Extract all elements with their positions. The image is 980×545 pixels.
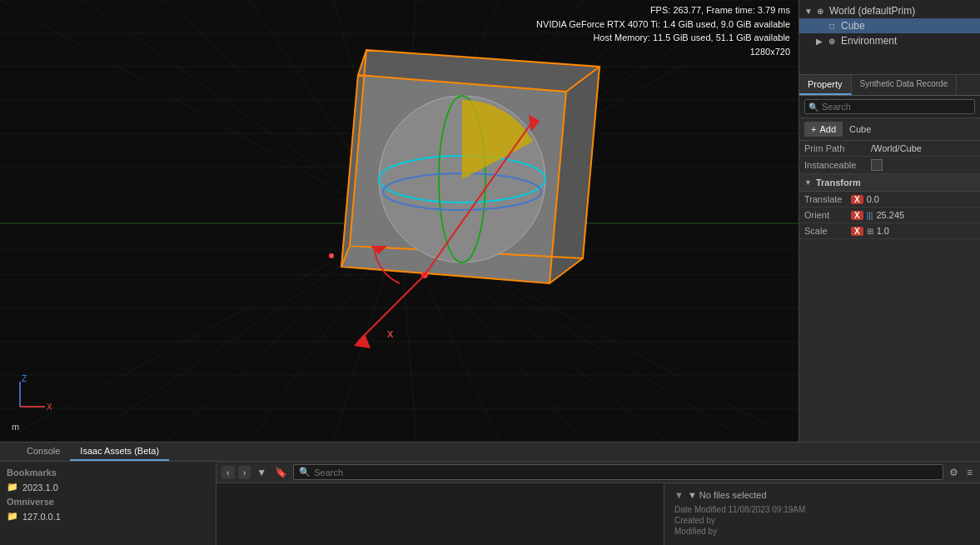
fb-search-input[interactable]: [314, 468, 938, 478]
cube-label: Cube: [841, 20, 865, 32]
svg-line-10: [167, 225, 400, 442]
axis-indicator: Z X: [12, 373, 53, 417]
host-mem-display: Host Memory: 11.5 GiB used, 51.1 GiB ava…: [536, 31, 790, 45]
svg-text:Z: Z: [22, 374, 27, 383]
date-modified-row: Date Modified 11/08/2023 09:19AM: [674, 505, 970, 514]
svg-line-46: [550, 258, 583, 283]
created-by-row: Created by: [674, 516, 970, 525]
svg-point-52: [421, 272, 428, 278]
svg-point-59: [329, 253, 334, 258]
add-value: Cube: [849, 124, 871, 134]
svg-marker-54: [354, 333, 371, 348]
fb-toolbar: ‹ › ▼ 🔖 🔍 ⚙ ≡: [216, 462, 980, 483]
svg-line-47: [341, 246, 350, 267]
scene-tree-world[interactable]: ▼ ⊕ World (defaultPrim): [799, 3, 980, 18]
orient-value: 25.245: [876, 210, 904, 220]
fb-main-content: ▼ ▼ No files selected Date Modified 11/0…: [216, 483, 980, 545]
bottom-panel: Console Isaac Assets (Beta) Bookmarks 📁 …: [0, 442, 980, 545]
scale-value: 1.0: [877, 226, 889, 236]
svg-line-21: [167, 0, 400, 225]
right-panel: ▼ ⊕ World (defaultPrim) □ Cube ▶ ⊕ Envir…: [798, 0, 980, 442]
forward-button[interactable]: ›: [238, 466, 251, 479]
fb-item-2023[interactable]: 📁 2023.1.0: [0, 480, 216, 494]
transform-label: Transform: [816, 178, 861, 188]
svg-marker-39: [341, 75, 566, 283]
translate-value: 0.0: [867, 194, 879, 204]
svg-text:X: X: [47, 402, 52, 412]
tab-left-unnamed[interactable]: [3, 442, 17, 461]
svg-marker-41: [550, 67, 599, 283]
modified-by-label: Modified by: [674, 527, 717, 536]
svg-line-8: [0, 225, 400, 442]
svg-line-56: [425, 121, 533, 275]
cube-icon: □: [826, 20, 838, 32]
svg-point-50: [439, 96, 485, 262]
fb-list-icon[interactable]: ≡: [964, 467, 975, 478]
file-browser-main: ‹ › ▼ 🔖 🔍 ⚙ ≡ ▼ ▼ No files selec: [216, 462, 980, 545]
section-collapse-icon: ▼: [804, 178, 812, 187]
prop-add-row: + Add Cube: [799, 118, 980, 141]
folder-icon-2023: 📁: [7, 482, 18, 492]
expand-icon: ▼: [804, 7, 813, 16]
svg-line-22: [250, 0, 400, 225]
scene-tree-cube[interactable]: □ Cube: [799, 18, 980, 33]
bookmarks-label: Bookmarks: [0, 465, 216, 480]
svg-point-48: [379, 96, 545, 262]
tab-console[interactable]: Console: [17, 442, 70, 461]
resolution-display: 1280x720: [536, 45, 790, 59]
prim-path-label: Prim Path: [804, 143, 871, 153]
svg-line-17: [400, 225, 749, 442]
world-label: World (defaultPrim): [829, 5, 915, 17]
filter-dropdown-button[interactable]: ▼: [254, 467, 269, 478]
instanceable-checkbox[interactable]: [871, 159, 883, 171]
instanceable-row: Instanceable: [799, 157, 980, 174]
translate-x-badge: X: [851, 195, 863, 204]
svg-marker-38: [350, 50, 599, 258]
tab-property[interactable]: Property: [799, 75, 852, 95]
gpu-display: NVIDIA GeForce RTX 4070 Ti: 1.4 GiB used…: [536, 18, 790, 32]
svg-line-25: [400, 0, 500, 225]
svg-line-24: [400, 0, 416, 225]
modified-by-row: Modified by: [674, 527, 970, 536]
svg-line-53: [358, 275, 425, 342]
fb-filter-icon[interactable]: ⚙: [947, 467, 961, 478]
svg-line-16: [400, 225, 666, 442]
env-label: Environment: [841, 35, 897, 47]
fb-item-127[interactable]: 📁 127.0.0.1: [0, 509, 216, 523]
transform-rows: Translate X 0.0 Orient X ||| 25.245 Scal…: [799, 192, 980, 239]
search-wrapper: 🔍: [804, 99, 975, 114]
scene-tree-environment[interactable]: ▶ ⊕ Environment: [799, 33, 980, 48]
viewport-canvas: X: [0, 0, 798, 442]
svg-line-15: [400, 225, 583, 442]
prop-search-input[interactable]: [804, 99, 975, 114]
tab-isaac-assets[interactable]: Isaac Assets (Beta): [70, 442, 169, 461]
orient-row: Orient X ||| 25.245: [799, 208, 980, 223]
svg-line-11: [250, 225, 400, 442]
svg-line-23: [333, 0, 400, 225]
svg-line-13: [400, 225, 416, 442]
viewport-3d[interactable]: X FPS: 263.77, Frame time: 3.79 ms NVIDI…: [0, 0, 798, 442]
orient-icon: |||: [867, 211, 873, 220]
add-button[interactable]: + Add: [804, 122, 843, 137]
fb-label-2023: 2023.1.0: [22, 482, 58, 492]
transform-section-header[interactable]: ▼ Transform: [799, 174, 980, 192]
folder-icon-127: 📁: [7, 511, 18, 522]
svg-line-44: [358, 50, 366, 75]
translate-label: Translate: [804, 194, 851, 204]
scale-row: Scale X ⊞ 1.0: [799, 223, 980, 239]
svg-line-18: [400, 225, 798, 442]
back-button[interactable]: ‹: [221, 466, 235, 479]
file-browser-left: Bookmarks 📁 2023.1.0 Omniverse 📁 127.0.0…: [0, 462, 216, 545]
bookmark-button[interactable]: 🔖: [272, 467, 290, 478]
svg-marker-43: [350, 50, 599, 258]
instanceable-label: Instanceable: [804, 160, 871, 170]
svg-line-14: [400, 225, 500, 442]
svg-line-9: [83, 225, 400, 442]
svg-point-51: [383, 173, 541, 210]
tab-synthetic[interactable]: Synthetic Data Recorde: [852, 75, 958, 95]
add-label: Add: [819, 124, 836, 134]
scale-icon: ⊞: [867, 227, 873, 236]
no-files-triangle: ▼: [674, 490, 684, 500]
svg-marker-58: [371, 246, 387, 254]
properties-area: Property Synthetic Data Recorde 🔍 + Add …: [799, 75, 980, 442]
